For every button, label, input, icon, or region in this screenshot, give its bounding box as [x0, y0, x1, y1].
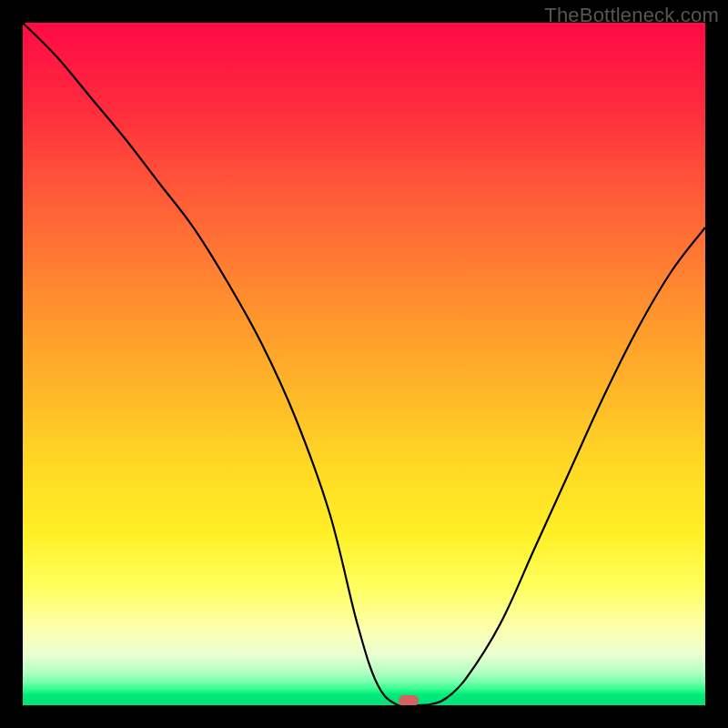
bottleneck-curve [23, 23, 705, 705]
minimum-marker [399, 695, 419, 705]
plot-area [23, 23, 705, 705]
watermark-text: TheBottleneck.com [544, 4, 719, 27]
chart-frame: TheBottleneck.com [0, 0, 728, 728]
